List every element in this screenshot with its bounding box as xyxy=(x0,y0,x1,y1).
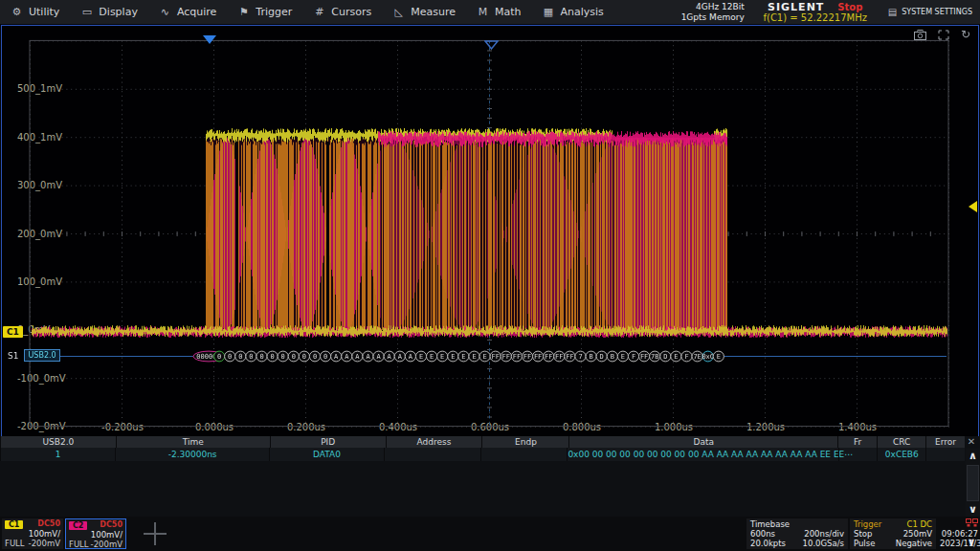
add-channel-button[interactable] xyxy=(144,522,167,545)
menu-item-label: Trigger xyxy=(256,6,292,18)
table-header-crc: CRC xyxy=(877,436,925,448)
coupling-label: DC50 xyxy=(37,519,60,529)
bandwidth-label: 4GHz 12Bit xyxy=(681,2,745,12)
menu-item-measure[interactable]: ◺Measure xyxy=(382,0,466,24)
table-header-address: Address xyxy=(386,436,482,448)
topbar-right: 4GHz 12Bit 1Gpts Memory SIGLENT Stop f(C… xyxy=(681,0,980,24)
sample-rate: 10.0GSa/s xyxy=(803,539,844,548)
acquisition-info: 4GHz 12Bit 1Gpts Memory xyxy=(681,2,754,23)
acquire-icon: ∿ xyxy=(159,6,171,18)
table-header-error: Error xyxy=(925,436,965,448)
menu-item-label: Measure xyxy=(411,6,456,18)
decode-table-header: USB2.0TimePIDAddressEndpDataFrCRCError xyxy=(0,436,965,448)
timebase-delay: 600ns xyxy=(750,529,775,539)
table-cell[interactable]: 1 xyxy=(0,448,115,461)
scroll-track[interactable] xyxy=(967,465,979,501)
channel1-ground-marker[interactable]: C1 xyxy=(3,326,23,338)
timebase-scale: 200ns/div xyxy=(804,529,844,539)
expand-icon[interactable] xyxy=(938,30,949,40)
channel-chip: C2 xyxy=(69,521,87,530)
table-header-usb20: USB2.0 xyxy=(0,436,116,448)
analysis-icon: ▦ xyxy=(542,6,554,18)
flag-icon: ⚑ xyxy=(237,6,250,18)
table-cell[interactable] xyxy=(480,448,568,461)
trigger-mode: Stop xyxy=(854,529,872,539)
table-cell[interactable] xyxy=(925,448,965,461)
trigger-type: Pulse xyxy=(854,539,875,548)
menu-item-label: Math xyxy=(495,6,522,18)
offset-label: -200mV xyxy=(29,539,60,548)
menu-items: ⚙Utility▭Display∿Acquire⚑Trigger#Cursors… xyxy=(0,0,614,24)
acquisition-status[interactable]: Stop xyxy=(837,2,862,12)
menu-item-trigger[interactable]: ⚑Trigger xyxy=(227,0,302,24)
channel-chip: C1 xyxy=(5,520,23,529)
top-menu-bar: ⚙Utility▭Display∿Acquire⚑Trigger#Cursors… xyxy=(0,0,980,24)
screenshot-camera-icon[interactable] xyxy=(914,30,926,40)
panel-scroll-down-icon[interactable]: ∨ xyxy=(965,536,978,548)
menu-grid-icon: ▤ xyxy=(888,7,897,17)
oscilloscope-screen: ⚙Utility▭Display∿Acquire⚑Trigger#Cursors… xyxy=(0,0,980,551)
trigger-title: Trigger xyxy=(854,519,881,529)
table-cell[interactable] xyxy=(384,448,480,461)
table-header-pid: PID xyxy=(270,436,386,448)
table-cell[interactable]: 0xCEB6 xyxy=(877,448,925,461)
serial-bus-label: S1 xyxy=(8,351,18,361)
scale-label: 100mV/ xyxy=(69,530,122,540)
decode-table-row[interactable]: 1-2.30000nsDATA00x00 00 00 00 00 00 00 0… xyxy=(0,448,965,461)
trigger-position-marker[interactable] xyxy=(203,35,216,44)
decode-table: USB2.0TimePIDAddressEndpDataFrCRCError 1… xyxy=(0,436,980,517)
timebase-points: 20.0kpts xyxy=(750,539,786,548)
scroll-down-icon[interactable]: ∨ xyxy=(966,502,980,518)
status-bar: C1DC50100mV/FULL-200mVC2DC50100mV/FULL-2… xyxy=(0,517,980,551)
measure-icon: ◺ xyxy=(392,6,405,18)
gear-icon: ⚙ xyxy=(11,6,23,18)
waveform-display[interactable]: 500_1mV400_1mV300_0mV200_0mV100_0mV0_0mV… xyxy=(1,25,979,437)
usb2-bus-badge[interactable]: USB2.0 xyxy=(24,349,59,362)
table-cell[interactable] xyxy=(838,448,878,461)
horizontal-delay-marker[interactable] xyxy=(484,35,499,54)
bandwidth-limit-label: FULL xyxy=(5,539,25,548)
bandwidth-limit-label: FULL xyxy=(69,540,89,549)
waveform-canvas[interactable] xyxy=(2,26,978,436)
menu-item-analysis[interactable]: ▦Analysis xyxy=(531,0,613,24)
offset-label: -200mV xyxy=(91,540,122,549)
menu-item-display[interactable]: ▭Display xyxy=(70,0,148,24)
table-header-data: Data xyxy=(568,436,837,448)
close-icon[interactable]: ✕ xyxy=(965,436,978,448)
table-header-time: Time xyxy=(116,436,270,448)
menu-item-cursors[interactable]: #Cursors xyxy=(302,0,382,24)
timebase-box[interactable]: Timebase 600ns200ns/div 20.0kpts10.0GSa/… xyxy=(746,518,848,549)
trigger-level: 250mV xyxy=(903,529,932,539)
menu-item-label: Display xyxy=(99,6,138,18)
table-cell[interactable]: -2.30000ns xyxy=(115,448,268,461)
table-header-endp: Endp xyxy=(481,436,568,448)
channel-box-c1[interactable]: C1DC50100mV/FULL-200mV xyxy=(2,518,63,549)
memory-label: 1Gpts Memory xyxy=(681,12,745,23)
channel-box-c2[interactable]: C2DC50100mV/FULL-200mV xyxy=(65,518,126,549)
table-scrollbar[interactable]: ∧ ∨ xyxy=(966,449,980,517)
coupling-label: DC50 xyxy=(100,520,122,530)
system-settings-label: SYSTEM SETTINGS xyxy=(902,8,972,16)
lan-status-icon xyxy=(966,518,978,529)
table-header-fr: Fr xyxy=(837,436,877,448)
table-cell[interactable]: DATA0 xyxy=(269,448,384,461)
frequency-counter: f(C1) = 52.22217MHz xyxy=(754,12,877,23)
table-cell[interactable]: 0x00 00 00 00 00 00 00 00 00 AA AA AA AA… xyxy=(567,448,837,461)
refresh-icon[interactable]: ↻ xyxy=(961,29,970,40)
trigger-level-marker[interactable] xyxy=(969,201,977,212)
trigger-source: C1 DC xyxy=(906,519,932,529)
timebase-title: Timebase xyxy=(750,519,790,529)
trigger-box[interactable]: TriggerC1 DC Stop250mV PulseNegative xyxy=(850,518,936,549)
display-icon: ▭ xyxy=(80,6,93,18)
menu-item-acquire[interactable]: ∿Acquire xyxy=(148,0,227,24)
scroll-up-icon[interactable]: ∧ xyxy=(966,449,980,464)
menu-item-utility[interactable]: ⚙Utility xyxy=(0,0,70,24)
menu-item-math[interactable]: MMath xyxy=(466,0,532,24)
math-icon: M xyxy=(477,6,489,18)
scale-label: 100mV/ xyxy=(5,529,60,539)
menu-item-label: Acquire xyxy=(177,6,216,18)
cursors-icon: # xyxy=(313,6,325,18)
system-settings-button[interactable]: ▤ SYSTEM SETTINGS xyxy=(877,7,980,17)
menu-item-label: Utility xyxy=(29,6,59,18)
trigger-slope: Negative xyxy=(896,539,932,548)
